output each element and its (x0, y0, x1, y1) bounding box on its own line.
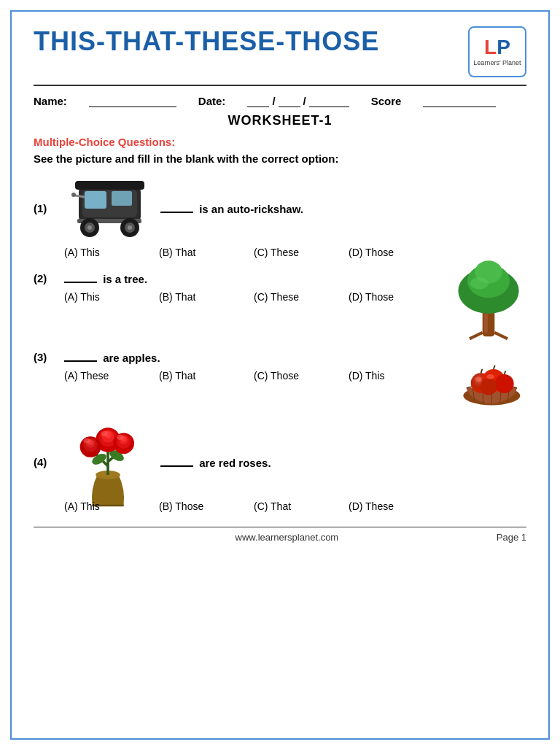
q1-image (64, 175, 152, 241)
q4-option-a: (A) This (64, 500, 159, 512)
svg-line-16 (470, 333, 483, 338)
q3-blank (64, 350, 97, 362)
svg-line-17 (494, 333, 508, 338)
q3-text: are apples. (64, 350, 160, 364)
svg-rect-2 (85, 191, 106, 209)
q2-row: (2) is a tree. (34, 271, 443, 285)
svg-point-56 (101, 431, 108, 436)
q2-left: (2) is a tree. (A) This (B) That (C) The… (34, 271, 443, 303)
score-field (423, 96, 496, 107)
name-label: Name: (34, 95, 67, 107)
q3-layout: (3) are apples. (A) These (B) That (C) T… (34, 350, 526, 416)
q1-row: (1) (34, 175, 526, 241)
worksheet-title: Worksheet-1 (34, 113, 526, 128)
logo-letters: LP (484, 37, 510, 58)
logo-tagline: Learners' Planet (473, 59, 521, 66)
question-3: (3) are apples. (A) These (B) That (C) T… (34, 350, 526, 416)
q3-option-a: (A) These (64, 370, 159, 382)
q3-image (451, 350, 526, 416)
svg-point-36 (475, 376, 482, 382)
q1-option-d: (D) Those (349, 247, 443, 258)
q2-blank (64, 271, 97, 283)
date-mm (247, 96, 269, 107)
svg-point-8 (88, 225, 92, 230)
rickshaw-icon (64, 175, 152, 241)
q4-option-c: (C) That (254, 500, 349, 512)
roses-icon (64, 414, 152, 510)
q3-number: (3) (34, 351, 55, 363)
svg-point-57 (83, 438, 90, 444)
q3-option-b: (B) That (159, 370, 254, 382)
svg-point-13 (71, 193, 76, 197)
q2-option-c: (C) These (254, 291, 349, 303)
meta-row: Name: Date: / / Score (34, 95, 526, 107)
svg-point-21 (470, 277, 489, 290)
q2-option-a: (A) This (64, 291, 159, 303)
svg-point-31 (495, 374, 514, 393)
q2-option-d: (D) Those (349, 291, 443, 303)
q4-blank (160, 455, 193, 467)
q1-number: (1) (34, 202, 55, 214)
svg-point-11 (128, 225, 132, 230)
svg-line-34 (494, 365, 495, 369)
apples-icon (451, 350, 526, 407)
question-2: (2) is a tree. (A) This (B) That (C) The… (34, 271, 526, 337)
q2-number: (2) (34, 272, 55, 285)
date-yyyy (309, 96, 349, 107)
main-title: This-That-These-Those (34, 26, 379, 57)
svg-line-35 (505, 371, 506, 374)
svg-rect-15 (484, 314, 488, 333)
name-field (89, 96, 176, 107)
q1-text: is an auto-rickshaw. (160, 201, 303, 215)
svg-point-32 (481, 379, 497, 395)
q1-option-b: (B) That (159, 247, 254, 258)
date-fields: / / (247, 95, 349, 107)
svg-rect-4 (75, 181, 144, 190)
footer-row: www.learnersplanet.com Page 1 (34, 532, 526, 543)
q2-text: is a tree. (64, 271, 147, 285)
footer-divider (34, 527, 526, 527)
footer-url: www.learnersplanet.com (77, 532, 497, 543)
instruction: See the picture and fill in the blank wi… (34, 152, 526, 165)
q3-options: (A) These (B) That (C) Those (D) This (34, 370, 443, 382)
question-4: (4) (34, 429, 526, 512)
q4-option-b: (B) Those (159, 500, 254, 512)
svg-line-33 (481, 369, 483, 373)
header-divider (34, 85, 526, 86)
section-title: Multiple-Choice Questions: (34, 136, 526, 148)
q1-option-a: (A) This (64, 247, 159, 258)
q2-option-b: (B) That (159, 291, 254, 303)
q4-number: (4) (34, 456, 55, 468)
q4-option-d: (D) These (349, 500, 443, 512)
q3-option-d: (D) This (349, 370, 443, 382)
date-dd (279, 96, 300, 107)
q4-row: (4) (34, 429, 526, 495)
svg-point-37 (486, 374, 494, 379)
q2-options: (A) This (B) That (C) These (D) Those (34, 291, 443, 303)
logo-box: LP Learners' Planet (468, 26, 526, 77)
header: This-That-These-Those LP Learners' Plane… (34, 26, 526, 77)
q2-layout: (2) is a tree. (A) This (B) That (C) The… (34, 271, 526, 337)
q4-text: are red roses. (160, 455, 271, 469)
q4-image (64, 429, 152, 495)
tree-icon (451, 257, 526, 340)
q2-image (451, 257, 526, 337)
q3-row: (3) are apples. (34, 350, 443, 364)
score-label: Score (371, 95, 402, 107)
q3-option-c: (C) Those (254, 370, 349, 382)
question-1: (1) (34, 175, 526, 258)
q1-option-c: (C) These (254, 247, 349, 258)
q4-options: (A) This (B) Those (C) That (D) These (34, 500, 526, 512)
svg-point-58 (117, 435, 124, 440)
page-number: Page 1 (497, 532, 526, 543)
q1-blank (160, 201, 193, 213)
date-label: Date: (198, 95, 226, 107)
svg-line-12 (75, 196, 85, 197)
q3-left: (3) are apples. (A) These (B) That (C) T… (34, 350, 443, 382)
worksheet-page: This-That-These-Those LP Learners' Plane… (10, 10, 550, 740)
svg-rect-3 (112, 191, 132, 206)
